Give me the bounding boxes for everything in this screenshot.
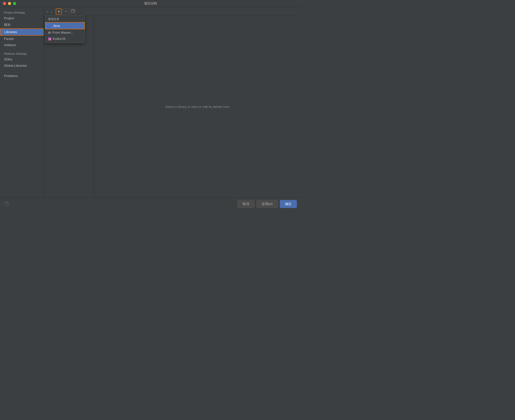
ok-button[interactable]: 确定	[280, 200, 297, 208]
dropdown-item-from-maven[interactable]: From Maven...	[45, 29, 85, 36]
bottom-bar: ? 取消 应用(A) 确定	[0, 197, 301, 210]
help-button[interactable]: ?	[4, 201, 9, 206]
sidebar-item-sdks[interactable]: SDKs	[0, 56, 44, 62]
sidebar-item-project[interactable]: Project	[0, 15, 44, 21]
minimize-button[interactable]	[8, 2, 11, 5]
split-content: 没有要显示的内容 Select a library to view or edi…	[44, 16, 301, 197]
sidebar-item-libraries[interactable]: Libraries	[0, 28, 44, 36]
java-icon	[49, 25, 51, 27]
close-button[interactable]	[3, 2, 6, 5]
sidebar-item-facets[interactable]: Facets	[0, 36, 44, 42]
sidebar: Project Settings Project 模块 Libraries Fa…	[0, 7, 44, 197]
back-button[interactable]: ‹	[46, 9, 49, 14]
titlebar: 项目结构	[0, 0, 301, 7]
maximize-button[interactable]	[13, 2, 16, 5]
sidebar-item-modules[interactable]: 模块	[0, 21, 44, 28]
sidebar-item-global-libraries[interactable]: Global Libraries	[0, 62, 44, 69]
maven-icon	[48, 31, 51, 34]
remove-button[interactable]: −	[63, 9, 69, 15]
kotlin-icon	[48, 37, 51, 40]
toolbar: ‹ › + − ❐ 新项目库 Java	[44, 7, 301, 16]
select-library-hint: Select a library to view or edit its det…	[165, 105, 230, 109]
project-settings-label: Project Settings	[0, 9, 44, 15]
dropdown-item-java[interactable]: Java	[45, 22, 85, 29]
dropdown-header: 新项目库	[45, 16, 85, 22]
copy-button[interactable]: ❐	[70, 9, 76, 15]
forward-button[interactable]: ›	[50, 9, 53, 14]
content-area: ‹ › + − ❐ 新项目库 Java	[44, 7, 301, 197]
main-layout: Project Settings Project 模块 Libraries Fa…	[0, 7, 301, 197]
nav-arrows: ‹ ›	[46, 9, 53, 14]
add-button[interactable]: +	[56, 9, 62, 15]
platform-settings-label: Platform Settings	[0, 50, 44, 56]
window-title: 项目结构	[144, 1, 157, 6]
cancel-button[interactable]: 取消	[237, 200, 254, 208]
dropdown-item-kotlin-js[interactable]: Kotlin/JS	[45, 36, 85, 42]
left-panel: 没有要显示的内容	[44, 16, 94, 197]
traffic-lights	[3, 2, 16, 5]
sidebar-item-artifacts[interactable]: Artifacts	[0, 42, 44, 48]
apply-button[interactable]: 应用(A)	[256, 200, 278, 208]
right-panel: Select a library to view or edit its det…	[94, 16, 301, 197]
dropdown-menu: 新项目库 Java From Maven...	[45, 15, 85, 43]
sidebar-item-problems[interactable]: Problems	[0, 73, 44, 79]
